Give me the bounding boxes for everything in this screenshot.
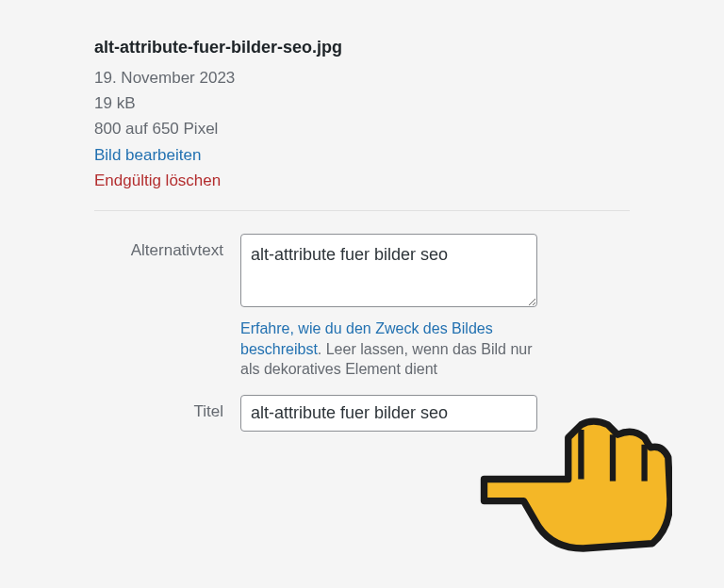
pointing-hand-icon [474, 410, 672, 559]
filename: alt-attribute-fuer-bilder-seo.jpg [94, 38, 630, 57]
attachment-details: alt-attribute-fuer-bilder-seo.jpg 19. No… [94, 38, 630, 193]
alt-text-help: Erfahre, wie du den Zweck des Bildes bes… [240, 318, 537, 380]
title-row: Titel [94, 395, 630, 432]
delete-permanently-link[interactable]: Endgültig löschen [94, 168, 630, 193]
title-input[interactable] [240, 395, 537, 432]
image-dimensions: 800 auf 650 Pixel [94, 116, 630, 141]
alt-text-input[interactable] [240, 234, 537, 307]
edit-image-link[interactable]: Bild bearbeiten [94, 142, 630, 168]
upload-date: 19. November 2023 [94, 65, 630, 90]
divider [94, 210, 630, 211]
title-label: Titel [94, 395, 240, 421]
file-size: 19 kB [94, 90, 630, 116]
alt-text-label: Alternativtext [94, 234, 240, 260]
alt-text-row: Alternativtext Erfahre, wie du den Zweck… [94, 234, 630, 380]
